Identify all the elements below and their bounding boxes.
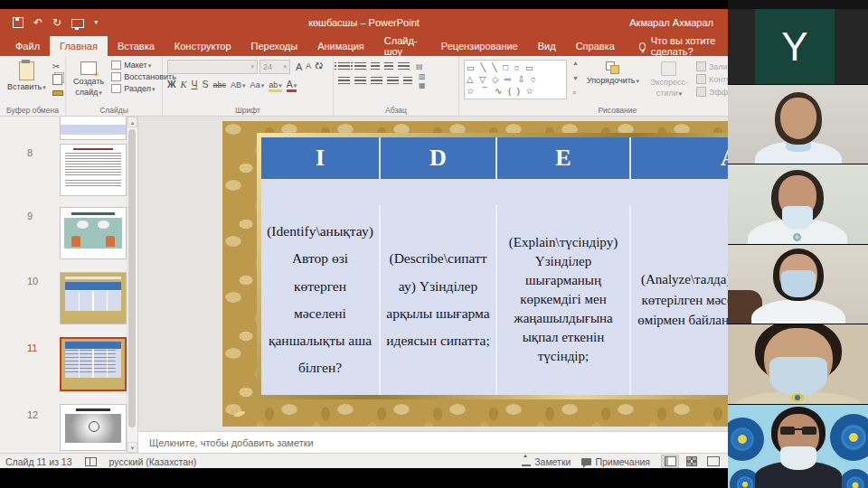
shape-fill-icon <box>696 61 706 71</box>
cut-icon[interactable]: ✂ <box>52 61 63 71</box>
justify-icon[interactable] <box>387 77 399 86</box>
thumbnail-slide-9[interactable] <box>60 207 127 259</box>
decrease-indent-icon[interactable] <box>371 62 380 71</box>
tab-file[interactable]: Файл <box>5 36 50 56</box>
shapes-down-icon[interactable]: ▼ <box>572 75 579 81</box>
notes-pane[interactable]: Щелкните, чтобы добавить заметки <box>138 431 728 453</box>
table-body-cell[interactable]: (Describe\сипаттау) Үзінділер арқылы шығ… <box>381 205 497 395</box>
tell-me-label: Что вы хотите сделать? <box>651 35 728 57</box>
notes-toggle-button[interactable]: Заметки <box>522 456 571 467</box>
participant-video-2[interactable] <box>728 164 868 245</box>
clear-format-icon[interactable]: 🗘 <box>315 61 323 72</box>
tab-transitions[interactable]: Переходы <box>241 36 308 56</box>
slide-gold-frame: I D E A (Identify\анықтау) Автор өзі көт… <box>257 133 728 399</box>
text-shadow-button[interactable]: S <box>202 79 208 89</box>
format-painter-icon[interactable] <box>52 90 63 96</box>
tab-view[interactable]: Вид <box>528 36 566 56</box>
italic-button[interactable]: К <box>181 80 187 89</box>
align-left-icon[interactable] <box>338 77 350 86</box>
group-paragraph: ▤ ▥▦ Абзац <box>334 56 459 116</box>
bullets-icon[interactable] <box>338 62 350 71</box>
powerpoint-window: көшбасшы – PowerPoint ↶ ↻ ▾ Акмарал Ахма… <box>0 9 728 468</box>
table-body-cell[interactable]: (Identify\анықтау) Автор өзі көтерген мә… <box>261 205 381 395</box>
shape-effects-button[interactable]: Эффекты фигур <box>696 87 728 97</box>
scroll-down-icon[interactable]: ▼ <box>127 442 137 453</box>
table-body-cell[interactable]: (Explain\түсіндіру) Үзінділер шығарманың… <box>497 205 631 395</box>
shapes-gallery[interactable]: ▭ ╲ ╲ □ ○ ▭ △ ▽ ◇ ⇨ ⇩ ○ ☆ ⌒ ∿ ( ) ☆ <box>464 60 567 99</box>
spellcheck-icon[interactable] <box>85 457 97 466</box>
underline-button[interactable]: Ч <box>191 79 197 89</box>
tab-insert[interactable]: Вставка <box>108 36 165 56</box>
reading-view-button[interactable] <box>704 455 722 468</box>
arrange-button[interactable]: Упорядочить <box>584 60 642 104</box>
align-right-icon[interactable] <box>371 77 382 86</box>
bold-button[interactable]: Ж <box>167 79 176 89</box>
new-slide-button[interactable]: Создать слайд <box>71 60 107 104</box>
table-header-cell[interactable]: A <box>631 137 728 179</box>
save-icon[interactable] <box>13 17 24 28</box>
table-header-cell[interactable]: D <box>381 137 497 179</box>
tab-design[interactable]: Конструктор <box>165 36 241 56</box>
thumbnail-number: 9 <box>27 211 33 221</box>
shapes-up-icon[interactable]: ▲ <box>572 60 579 66</box>
notes-placeholder: Щелкните, чтобы добавить заметки <box>149 437 314 448</box>
shapes-more-icon[interactable]: ≡ <box>572 89 579 96</box>
account-name[interactable]: Акмарал Ахмарал <box>629 17 713 28</box>
tab-animations[interactable]: Анимация <box>307 36 374 56</box>
text-direction-icon[interactable]: ▤ <box>416 63 423 70</box>
tab-slideshow[interactable]: Слайд-шоу <box>374 36 431 56</box>
current-slide[interactable]: I D E A (Identify\анықтау) Автор өзі көт… <box>222 121 728 427</box>
scroll-up-icon[interactable]: ▲ <box>127 117 137 127</box>
grow-font-icon[interactable]: А <box>296 61 302 72</box>
align-center-icon[interactable] <box>354 77 366 86</box>
participant-tile-avatar[interactable]: Y <box>728 9 868 84</box>
thumbnail-slide-10[interactable] <box>60 272 127 324</box>
thumbnail-slide-11-selected[interactable] <box>60 337 127 391</box>
thumbnail-slide-12[interactable] <box>60 404 127 451</box>
thumbnail-slide-8[interactable] <box>60 144 127 196</box>
font-color-button[interactable]: А <box>287 79 297 92</box>
thumbnail-number-current: 11 <box>27 343 37 353</box>
shape-fill-button[interactable]: Заливка фигуры <box>696 61 728 71</box>
align-text-icon[interactable]: ▥ <box>419 73 426 80</box>
title-bar: көшбасшы – PowerPoint ↶ ↻ ▾ Акмарал Ахма… <box>0 9 728 36</box>
strikethrough-button[interactable]: abc <box>213 80 227 89</box>
comments-toggle-button[interactable]: Примечания <box>581 456 650 467</box>
participant-video-1[interactable] <box>728 84 868 164</box>
smartart-icon[interactable]: ▦ <box>419 82 426 89</box>
scrollbar-thumb[interactable] <box>128 129 136 427</box>
line-spacing-icon[interactable] <box>398 62 410 71</box>
tell-me-box[interactable]: Что вы хотите сделать? <box>639 36 728 56</box>
thumbnail-scrollbar[interactable]: ▲ ▼ <box>127 117 137 453</box>
normal-view-icon <box>665 456 676 466</box>
paste-button[interactable]: Вставить <box>5 60 49 104</box>
participant-video-3[interactable] <box>728 244 868 324</box>
shape-outline-button[interactable]: Контур фигуры <box>696 74 728 84</box>
quick-styles-button[interactable]: Экспресс- стили <box>647 60 691 104</box>
thumbnail-slide-7-partial[interactable] <box>60 117 127 140</box>
table-header-cell[interactable]: E <box>497 137 631 179</box>
table-body-cell[interactable]: (Analyze\талда) Шығармадағы көтерілген м… <box>631 205 728 395</box>
font-size-combo[interactable]: 24▾ <box>259 60 290 74</box>
tab-review[interactable]: Рецензирование <box>431 36 528 56</box>
numbering-icon[interactable] <box>354 62 366 71</box>
participant-video-4[interactable] <box>728 324 868 405</box>
change-case-button[interactable]: Аа <box>250 80 265 89</box>
highlight-color-button[interactable]: ab <box>269 80 282 92</box>
font-name-combo[interactable]: ▾ <box>167 60 258 74</box>
tab-home[interactable]: Главная <box>50 36 108 56</box>
char-spacing-button[interactable]: АВ <box>231 80 246 89</box>
group-font: ▾ 24▾ А А 🗘 Ж К Ч S abc АВ Аа ab <box>163 56 334 116</box>
language-indicator[interactable]: русский (Казахстан) <box>109 456 197 467</box>
table-header-cell[interactable]: I <box>261 137 381 179</box>
normal-view-button[interactable] <box>661 455 679 468</box>
face-mask <box>782 206 813 230</box>
copy-icon[interactable] <box>52 74 62 85</box>
columns-icon[interactable] <box>403 77 412 86</box>
slide-sorter-view-button[interactable] <box>683 455 701 468</box>
shrink-font-icon[interactable]: А <box>306 61 311 72</box>
start-slideshow-icon[interactable] <box>71 19 84 28</box>
increase-indent-icon[interactable] <box>384 62 393 71</box>
participant-video-5[interactable] <box>728 404 868 488</box>
tab-help[interactable]: Справка <box>566 36 625 56</box>
